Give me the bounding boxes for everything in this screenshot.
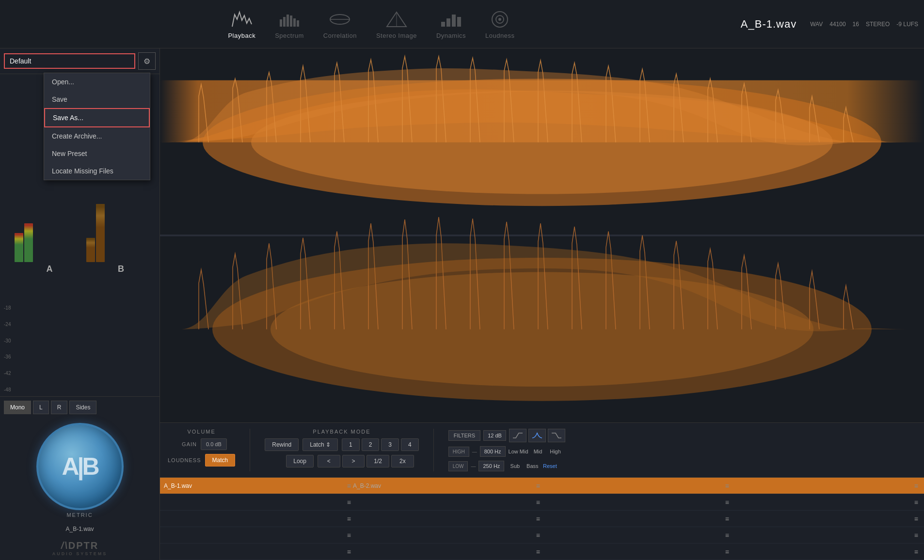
file-menu-5a[interactable]: ≡ <box>345 548 353 556</box>
menu-locate-files[interactable]: Locate Missing Files <box>44 162 150 180</box>
monitor-buttons: Mono L R Sides <box>4 401 156 414</box>
gain-label: GAIN <box>168 441 197 447</box>
shape-lowcut[interactable] <box>509 429 526 442</box>
filters-section: FILTERS 12 dB <box>448 429 565 471</box>
svg-rect-2 <box>287 15 289 27</box>
monitor-r[interactable]: R <box>51 401 68 414</box>
match-button[interactable]: Match <box>205 454 236 467</box>
mode-4[interactable]: 4 <box>401 438 419 451</box>
tab-stereo-image[interactable]: Stereo Image <box>376 9 417 39</box>
eq-reset[interactable]: Reset <box>542 463 558 469</box>
menu-new-preset[interactable]: New Preset <box>44 145 150 162</box>
svg-point-16 <box>498 18 501 21</box>
file-menu-5c[interactable]: ≡ <box>723 548 731 556</box>
tab-playback[interactable]: Playback <box>228 9 255 39</box>
rewind-button[interactable]: Rewind <box>265 438 299 451</box>
playback-title: PLAYBACK MODE <box>265 429 418 435</box>
track-b: B <box>86 175 156 392</box>
tab-correlation[interactable]: Correlation <box>323 9 357 39</box>
app-title: A_B-1.wav <box>741 18 797 31</box>
nav-half[interactable]: 1/2 <box>366 455 389 467</box>
metric-label: METRIC <box>66 512 93 518</box>
high-dash: — <box>472 449 477 454</box>
svg-rect-4 <box>293 18 296 27</box>
monitor-l[interactable]: L <box>33 401 49 414</box>
filters-label[interactable]: FILTERS <box>448 430 480 441</box>
file-menu-2c[interactable]: ≡ <box>723 498 731 506</box>
file-menu-3[interactable]: ≡ <box>723 482 731 490</box>
mode-3[interactable]: 3 <box>381 438 399 451</box>
svg-rect-12 <box>452 15 456 27</box>
file-list-row-4[interactable]: ≡ ≡ ≡ ≡ <box>160 527 924 544</box>
preset-button[interactable]: Default <box>4 53 135 69</box>
tab-dynamics[interactable]: Dynamics <box>436 9 466 39</box>
track-b-label: B <box>86 262 156 276</box>
file-name-1: A_B-1.wav <box>164 482 192 489</box>
file-menu-3b[interactable]: ≡ <box>534 515 542 523</box>
sidebar: Default ⚙ Open... Save Save As... Create… <box>0 48 160 560</box>
sidebar-bottom: Mono L R Sides A|B METRIC A_B-1.wav <box>0 396 159 536</box>
ab-circle[interactable]: A|B <box>36 423 124 510</box>
file-menu-5d[interactable]: ≡ <box>912 548 920 556</box>
vu-bar-b-2 <box>96 204 105 262</box>
monitor-mono[interactable]: Mono <box>4 401 31 414</box>
playback-row-2: x Loop < > 1/2 2x <box>265 455 418 467</box>
file-menu-3a[interactable]: ≡ <box>345 515 353 523</box>
file-list-row-3[interactable]: ≡ ≡ ≡ ≡ <box>160 511 924 527</box>
monitor-sides[interactable]: Sides <box>69 401 96 414</box>
tab-spectrum[interactable]: Spectrum <box>275 9 304 39</box>
nav-next[interactable]: > <box>342 455 365 467</box>
nav-2x[interactable]: 2x <box>391 455 414 467</box>
filters-db[interactable]: 12 dB <box>483 430 506 441</box>
file-menu-3d[interactable]: ≡ <box>912 515 920 523</box>
file-list-row-1[interactable]: A_B-1.wav ≡ A_B-2.wav ≡ ≡ ≡ <box>160 478 924 494</box>
mode-1[interactable]: 1 <box>342 438 360 451</box>
file-list-row-2[interactable]: ≡ ≡ ≡ ≡ <box>160 494 924 511</box>
main-content: Default ⚙ Open... Save Save As... Create… <box>0 48 924 560</box>
eq-high: High <box>548 449 563 454</box>
file-format: WAV <box>810 21 823 28</box>
channels: STEREO <box>866 21 890 28</box>
file-menu-4d[interactable]: ≡ <box>912 531 920 539</box>
high-hz[interactable]: 800 Hz <box>480 446 506 457</box>
file-menu-4c[interactable]: ≡ <box>723 531 731 539</box>
file-menu-4a[interactable]: ≡ <box>345 531 353 539</box>
file-menu-1[interactable]: ≡ <box>345 482 353 490</box>
playback-section: PLAYBACK MODE Rewind Latch ⇕ 1 2 3 4 x L… <box>265 429 418 467</box>
loop-btn[interactable]: Loop <box>286 455 314 467</box>
tab-stereo-label: Stereo Image <box>376 32 417 39</box>
file-menu-2b[interactable]: ≡ <box>534 498 542 506</box>
latch-button[interactable]: Latch ⇕ <box>303 438 338 451</box>
file-name-2: A_B-2.wav <box>353 482 381 489</box>
low-hz[interactable]: 250 Hz <box>478 461 504 471</box>
file-info: WAV 44100 16 STEREO -9 LUFS <box>810 21 918 28</box>
shape-highcut[interactable] <box>548 429 565 442</box>
mode-2[interactable]: 2 <box>362 438 380 451</box>
tab-loudness[interactable]: Loudness <box>485 9 514 39</box>
file-menu-5b[interactable]: ≡ <box>534 548 542 556</box>
file-menu-2[interactable]: ≡ <box>534 482 542 490</box>
file-menu-2d[interactable]: ≡ <box>912 498 920 506</box>
eq-bass: Bass <box>525 463 540 469</box>
sidebar-top: Default ⚙ <box>0 48 159 74</box>
nav-prev[interactable]: < <box>318 455 340 467</box>
menu-save-as[interactable]: Save As... <box>44 108 150 127</box>
file-list-row-5[interactable]: ≡ ≡ ≡ ≡ <box>160 544 924 560</box>
waveform-display[interactable]: // Inline waveform bars for top section <box>160 48 924 422</box>
file-menu-4b[interactable]: ≡ <box>534 531 542 539</box>
menu-create-archive[interactable]: Create Archive... <box>44 127 150 145</box>
menu-save[interactable]: Save <box>44 91 150 108</box>
file-menu-2a[interactable]: ≡ <box>345 498 353 506</box>
file-list: A_B-1.wav ≡ A_B-2.wav ≡ ≡ ≡ ≡ ≡ ≡ <box>160 477 924 560</box>
track-a-label: A <box>15 262 84 276</box>
divider-1 <box>250 429 250 471</box>
filename-label: A_B-1.wav <box>4 526 156 532</box>
shape-bell[interactable] <box>528 429 546 442</box>
menu-open[interactable]: Open... <box>44 73 150 91</box>
gear-button[interactable]: ⚙ <box>138 52 156 70</box>
eq-sub-labels: Sub Bass Reset <box>507 463 558 469</box>
file-menu-4[interactable]: ≡ <box>912 482 920 490</box>
file-menu-3c[interactable]: ≡ <box>723 515 731 523</box>
waveform-area: // Inline waveform bars for top section <box>160 48 924 560</box>
low-label: LOW <box>448 461 468 471</box>
